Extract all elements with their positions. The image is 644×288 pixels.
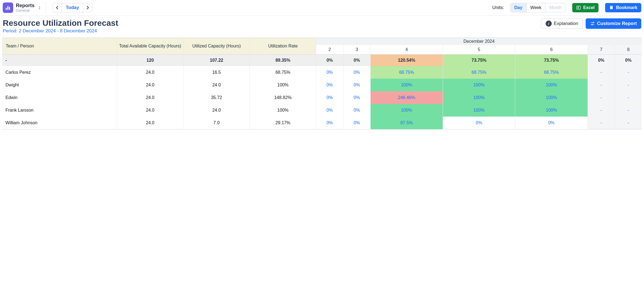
metric-cell: 148.82%	[250, 91, 316, 104]
summary-cell: 120	[117, 55, 183, 66]
day-cell[interactable]: -	[588, 66, 615, 79]
summary-day-cell: 0%	[316, 55, 343, 66]
utilization-table: Team / Person Total Available Capacity (…	[2, 38, 642, 129]
day-cell[interactable]: -	[615, 79, 642, 91]
day-header: 8	[615, 45, 642, 55]
day-cell[interactable]: 0%	[316, 117, 343, 129]
day-cell[interactable]: 68.75%	[443, 66, 515, 79]
app-switcher[interactable]: Reports General ▲▼	[3, 2, 46, 14]
svg-rect-2	[9, 7, 10, 10]
day-cell[interactable]: 0%	[316, 104, 343, 117]
unit-day[interactable]: Day	[511, 3, 526, 12]
day-cell[interactable]: -	[588, 79, 615, 91]
chevron-right-icon	[86, 6, 89, 9]
table-row: Dwight24.024.0100%0%0%100%100%100%--	[2, 79, 642, 91]
day-cell[interactable]: -	[588, 117, 615, 129]
month-header: December 2024	[316, 38, 642, 45]
page-title: Resource Utilization Forecast	[3, 18, 118, 28]
day-cell[interactable]: -	[588, 91, 615, 104]
day-cell[interactable]: 100%	[443, 91, 515, 104]
summary-row: -120107.2289.35%0%0%120.54%73.75%73.75%0…	[2, 55, 642, 66]
bookmark-button[interactable]: Bookmark	[605, 3, 641, 12]
metric-cell: 24.0	[117, 91, 183, 104]
day-cell[interactable]: 0%	[343, 91, 370, 104]
day-cell[interactable]: 100%	[515, 104, 587, 117]
day-cell[interactable]: 0%	[443, 117, 515, 129]
day-cell[interactable]: 0%	[343, 104, 370, 117]
day-header: 5	[443, 45, 515, 55]
top-toolbar: Reports General ▲▼ Today Units: DayWeekM…	[0, 0, 644, 15]
units-segmented: DayWeekMonth	[510, 3, 566, 12]
day-cell[interactable]: 0%	[343, 79, 370, 91]
summary-day-cell: 0%	[615, 55, 642, 66]
day-cell[interactable]: 100%	[515, 79, 587, 91]
summary-day-cell: 0%	[343, 55, 370, 66]
explanation-label: Explanation	[554, 21, 578, 26]
svg-rect-1	[7, 6, 8, 10]
customize-report-button[interactable]: Customize Report	[586, 18, 641, 29]
day-cell[interactable]: 100%	[370, 79, 443, 91]
excel-icon	[576, 5, 581, 10]
day-cell[interactable]: 0%	[316, 91, 343, 104]
unit-month: Month	[545, 3, 565, 12]
day-cell[interactable]: -	[615, 66, 642, 79]
day-cell[interactable]: 0%	[343, 117, 370, 129]
day-cell[interactable]: 68.75%	[370, 66, 443, 79]
day-cell[interactable]: 68.75%	[515, 66, 587, 79]
metric-cell: 24.0	[183, 104, 250, 117]
units-label: Units:	[492, 5, 504, 10]
chevron-left-icon	[56, 6, 59, 9]
metric-cell: 24.0	[117, 79, 183, 91]
person-name: Edwin	[2, 91, 117, 104]
day-cell[interactable]: 0%	[316, 66, 343, 79]
col-header-rate: Utilization Rate	[250, 38, 316, 55]
chevron-up-down-icon: ▲▼	[38, 5, 41, 10]
day-cell[interactable]: 87.5%	[370, 117, 443, 129]
person-name: Frank Larsson	[2, 104, 117, 117]
metric-cell: 100%	[250, 104, 316, 117]
summary-day-cell: 73.75%	[443, 55, 515, 66]
table-row: William Johnson24.07.029.17%0%0%87.5%0%0…	[2, 117, 642, 129]
table-row: Carlos Perez24.016.568.75%0%0%68.75%68.7…	[2, 66, 642, 79]
day-cell[interactable]: -	[615, 117, 642, 129]
app-subtitle: General	[16, 8, 35, 13]
next-button[interactable]	[83, 3, 92, 12]
day-cell[interactable]: 0%	[343, 66, 370, 79]
reports-icon	[3, 2, 13, 13]
summary-day-cell: 0%	[588, 55, 615, 66]
day-cell[interactable]: 246.46%	[370, 91, 443, 104]
day-cell[interactable]: -	[615, 104, 642, 117]
summary-day-cell: 73.75%	[515, 55, 587, 66]
day-cell[interactable]: -	[615, 91, 642, 104]
day-cell[interactable]: 100%	[443, 104, 515, 117]
app-title: Reports	[16, 3, 35, 9]
person-name: William Johnson	[2, 117, 117, 129]
page-header: Resource Utilization Forecast Period: 2 …	[0, 16, 644, 38]
unit-week[interactable]: Week	[526, 3, 546, 12]
svg-point-4	[593, 22, 594, 23]
day-header: 2	[316, 45, 343, 55]
bookmark-label: Bookmark	[616, 5, 637, 10]
col-header-name: Team / Person	[2, 38, 117, 55]
metric-cell: 16.5	[183, 66, 250, 79]
summary-day-cell: 120.54%	[370, 55, 443, 66]
prev-button[interactable]	[53, 3, 62, 12]
metric-cell: 7.0	[183, 117, 250, 129]
day-cell[interactable]: 100%	[515, 91, 587, 104]
summary-cell: -	[2, 55, 117, 66]
excel-export-button[interactable]: Excel	[572, 3, 599, 12]
person-name: Carlos Perez	[2, 66, 117, 79]
svg-point-5	[591, 24, 592, 25]
day-cell[interactable]: 0%	[515, 117, 587, 129]
day-cell[interactable]: 0%	[316, 79, 343, 91]
metric-cell: 24.0	[117, 104, 183, 117]
date-nav: Today	[53, 3, 92, 12]
today-button[interactable]: Today	[62, 3, 83, 12]
explanation-button[interactable]: i Explanation	[541, 18, 583, 29]
day-cell[interactable]: -	[588, 104, 615, 117]
day-cell[interactable]: 100%	[443, 79, 515, 91]
metric-cell: 68.75%	[250, 66, 316, 79]
metric-cell: 24.0	[183, 79, 250, 91]
day-cell[interactable]: 100%	[370, 104, 443, 117]
table-row: Frank Larsson24.024.0100%0%0%100%100%100…	[2, 104, 642, 117]
